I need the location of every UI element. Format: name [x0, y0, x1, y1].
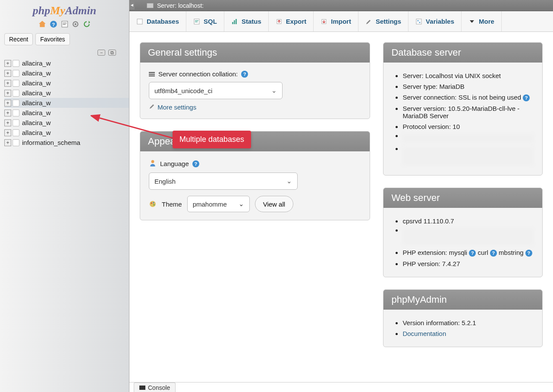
- lines-icon: [149, 71, 155, 77]
- database-tree: +allacira_w +allacira_w +allacira_w +all…: [0, 58, 129, 147]
- menu-export[interactable]: Export: [269, 11, 314, 31]
- more-settings-link[interactable]: More settings: [157, 103, 196, 111]
- favorites-tab[interactable]: Favorites: [35, 33, 70, 45]
- theme-row: Theme pmahomme ⌄ View all: [149, 196, 361, 212]
- dbserver-item-redacted: [402, 132, 534, 145]
- db-item[interactable]: +allacira_w: [4, 118, 129, 128]
- topbar: Server: localhost:: [129, 0, 553, 11]
- dbserver-item: Server connection: SSL is not being used…: [402, 92, 534, 103]
- help-icon[interactable]: ?: [50, 20, 57, 28]
- annotation-label: Multiple databases: [173, 131, 251, 148]
- svg-rect-10: [195, 22, 198, 22]
- console-toggle[interactable]: Console: [134, 383, 176, 392]
- database-icon: [13, 129, 19, 136]
- reload-icon[interactable]: [83, 20, 91, 28]
- menu-databases[interactable]: Databases: [129, 11, 186, 31]
- dbserver-list: Server: Localhost via UNIX socket Server…: [392, 70, 534, 167]
- sidebar-tabs: Recent Favorites: [0, 31, 129, 47]
- panel-title: Database server: [383, 43, 542, 63]
- console-label: Console: [148, 384, 170, 391]
- webserver-item: cpsrvd 11.110.0.7: [402, 216, 534, 226]
- expand-icon[interactable]: +: [4, 139, 11, 146]
- panel-title: Web server: [383, 188, 542, 208]
- expand-icon[interactable]: +: [4, 70, 11, 77]
- menu-sql[interactable]: SQL: [186, 11, 224, 31]
- svg-point-22: [153, 202, 154, 204]
- more-settings-row: More settings: [149, 103, 361, 111]
- sql-query-icon[interactable]: [61, 20, 69, 28]
- svg-rect-16: [416, 19, 421, 24]
- link-icon[interactable]: ⧉: [108, 50, 116, 56]
- db-item[interactable]: +allacira_w: [4, 128, 129, 138]
- menu-label: SQL: [204, 18, 217, 25]
- right-column: Database server Server: Localhost via UN…: [383, 42, 543, 359]
- expand-icon[interactable]: +: [4, 80, 11, 87]
- text: mysqli: [449, 249, 468, 256]
- svg-point-23: [154, 204, 155, 206]
- web-server-panel: Web server cpsrvd 11.110.0.7 PHP extensi…: [383, 188, 543, 277]
- chevron-down-icon: ⌄: [239, 200, 244, 208]
- db-name: allacira_w: [22, 129, 51, 136]
- db-item[interactable]: +allacira_w: [4, 98, 129, 108]
- database-server-panel: Database server Server: Localhost via UN…: [383, 42, 543, 176]
- export-icon: [276, 18, 283, 25]
- menu-variables[interactable]: Variables: [408, 11, 462, 31]
- collapse-all-icon[interactable]: −: [97, 50, 105, 56]
- sidebar-quick-icons: ?: [0, 19, 129, 31]
- view-all-button[interactable]: View all: [255, 196, 293, 212]
- theme-value: pmahomme: [193, 201, 227, 208]
- help-icon[interactable]: ?: [469, 250, 476, 257]
- general-settings-panel: General settings Server connection colla…: [140, 42, 370, 119]
- expand-icon[interactable]: +: [4, 100, 11, 107]
- help-icon[interactable]: ?: [525, 250, 532, 257]
- db-name: allacira_w: [22, 89, 51, 97]
- help-icon[interactable]: ?: [523, 94, 530, 101]
- server-label: Server: localhost:: [157, 2, 204, 9]
- menu-label: Variables: [426, 18, 454, 25]
- gear-icon[interactable]: [72, 20, 79, 28]
- db-item[interactable]: +information_schema: [4, 138, 129, 147]
- recent-tab[interactable]: Recent: [4, 33, 33, 45]
- svg-rect-13: [236, 19, 237, 24]
- menu-label: Status: [242, 18, 261, 25]
- menu-status[interactable]: Status: [224, 11, 269, 31]
- db-item[interactable]: +allacira_w: [4, 108, 129, 118]
- home-icon[interactable]: [38, 20, 46, 28]
- help-icon[interactable]: ?: [241, 71, 248, 78]
- dbserver-item: Protocol version: 10: [402, 121, 534, 132]
- collation-select[interactable]: utf8mb4_unicode_ci ⌄: [149, 82, 283, 99]
- tree-controls: − ⧉: [0, 47, 129, 58]
- text: Server connection: SSL is not being used: [402, 94, 521, 101]
- db-item[interactable]: +allacira_w: [4, 68, 129, 78]
- menu-settings[interactable]: Settings: [358, 11, 408, 31]
- db-item[interactable]: +allacira_w: [4, 88, 129, 98]
- database-icon: [13, 110, 19, 116]
- expand-icon[interactable]: +: [4, 119, 11, 126]
- help-icon[interactable]: ?: [490, 250, 497, 257]
- language-select[interactable]: English ⌄: [149, 172, 298, 190]
- webserver-item-redacted: [402, 226, 534, 247]
- svg-point-18: [419, 22, 421, 23]
- variables-icon: [415, 18, 422, 25]
- database-icon: [13, 139, 19, 146]
- expand-icon[interactable]: +: [4, 60, 11, 67]
- pma-version: Version information: 5.2.1: [402, 317, 534, 328]
- language-value: English: [154, 178, 176, 185]
- logo[interactable]: phpMyAdmin: [0, 0, 129, 19]
- dbserver-item-redacted: [402, 145, 534, 167]
- database-icon: [13, 100, 19, 107]
- sidebar-collapse-handle[interactable]: ◄: [129, 1, 135, 9]
- expand-icon[interactable]: +: [4, 90, 11, 97]
- documentation-link[interactable]: Documentation: [402, 330, 446, 337]
- database-icon: [13, 119, 19, 126]
- menu-import[interactable]: Import: [314, 11, 358, 31]
- expand-icon[interactable]: +: [4, 129, 11, 136]
- theme-select[interactable]: pmahomme ⌄: [187, 196, 250, 212]
- svg-point-6: [75, 23, 77, 25]
- menu-more[interactable]: More: [462, 11, 502, 31]
- help-icon[interactable]: ?: [192, 160, 199, 167]
- db-item[interactable]: +allacira_w: [4, 78, 129, 88]
- db-item[interactable]: +allacira_w: [4, 58, 129, 68]
- expand-icon[interactable]: +: [4, 110, 11, 116]
- text: curl: [478, 249, 488, 256]
